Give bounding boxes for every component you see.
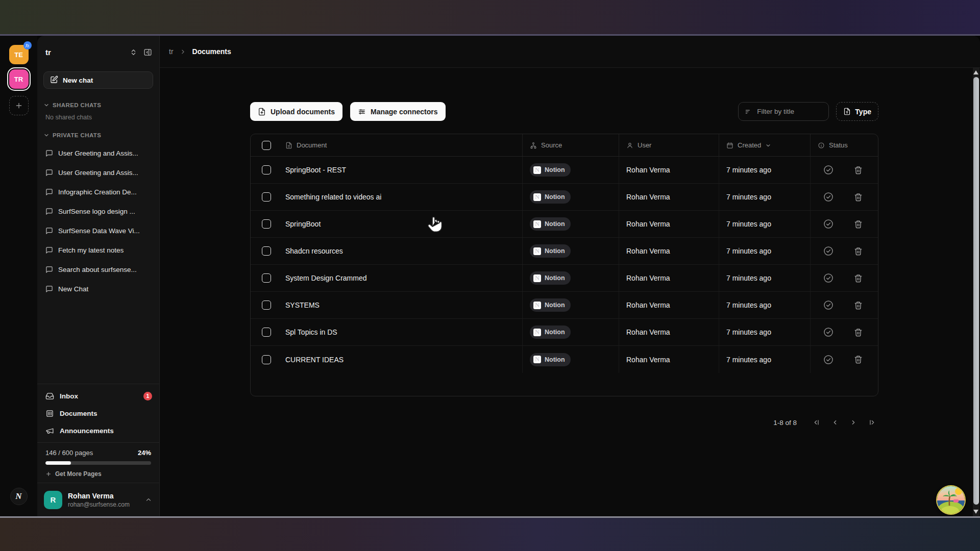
notion-logo-icon: N (533, 356, 541, 363)
created-cell: 7 minutes ago (719, 184, 811, 210)
row-checkbox[interactable] (262, 246, 271, 256)
table-row[interactable]: System Design Crammed N Notion Rohan Ve (251, 265, 878, 292)
filter-by-title-input[interactable] (757, 108, 822, 115)
nav-icon (45, 409, 54, 418)
chat-list-item[interactable]: User Greeting and Assis... (37, 163, 159, 182)
delete-row-button[interactable] (854, 328, 863, 337)
source-label: Notion (545, 329, 565, 336)
upload-documents-button[interactable]: Upload documents (250, 102, 342, 121)
created-cell: 7 minutes ago (719, 238, 811, 264)
get-more-pages-label: Get More Pages (55, 470, 102, 478)
source-cell: N Notion (523, 238, 619, 264)
chevron-down-icon (43, 102, 50, 108)
type-filter-button[interactable]: Type (836, 102, 878, 121)
check-circle-icon (823, 218, 834, 230)
row-checkbox[interactable] (262, 165, 271, 174)
row-checkbox[interactable] (262, 300, 271, 310)
scrollbar-thumb[interactable] (973, 77, 979, 505)
document-title: SpringBoot - REST (285, 166, 346, 174)
table-row[interactable]: Spl Topics in DS N Notion Rohan Verma (251, 319, 878, 346)
chat-list-item[interactable]: New Chat (37, 279, 159, 298)
table-row[interactable]: Shadcn resources N Notion Rohan Verma (251, 238, 878, 265)
sidebar-nav-item[interactable]: Documents (37, 405, 159, 422)
next-page-button[interactable] (847, 416, 860, 429)
user-icon (626, 142, 633, 149)
delete-row-button[interactable] (854, 247, 863, 256)
status-cell (811, 346, 878, 373)
chat-list-item[interactable]: Infographic Creation De... (37, 182, 159, 202)
document-title: CURRENT IDEAS (285, 356, 344, 364)
workspace-header: tr (37, 36, 159, 68)
row-checkbox[interactable] (262, 219, 271, 229)
workspace-avatar-te[interactable]: TE (9, 45, 29, 64)
chat-list-item[interactable]: SurfSense Data Wave Vi... (37, 221, 159, 240)
notion-logo-icon: N (533, 166, 541, 174)
chat-list-item[interactable]: Fetch my latest notes (37, 240, 159, 260)
user-cell: Rohan Verma (619, 211, 719, 237)
breadcrumb-workspace[interactable]: tr (169, 47, 174, 56)
created-cell: 7 minutes ago (719, 319, 811, 345)
source-badge: N Notion (530, 353, 571, 366)
sliders-icon (358, 108, 366, 116)
last-page-button[interactable] (865, 416, 878, 429)
delete-row-button[interactable] (854, 274, 863, 283)
user-cell: Rohan Verma (619, 157, 719, 183)
table-row[interactable]: Something related to videos ai N Notion (251, 184, 878, 211)
manage-connectors-button[interactable]: Manage connectors (350, 102, 445, 121)
table-row[interactable]: SYSTEMS N Notion Rohan Verma (251, 292, 878, 319)
shared-chats-section[interactable]: SHARED CHATS (43, 102, 153, 108)
new-chat-button[interactable]: New chat (43, 71, 153, 89)
status-cell (811, 157, 878, 183)
row-checkbox[interactable] (262, 192, 271, 202)
delete-row-button[interactable] (854, 193, 863, 202)
notion-logo-icon: N (533, 193, 541, 201)
chat-list-item[interactable]: User Greeting and Assis... (37, 143, 159, 163)
trash-icon (854, 355, 863, 364)
check-circle-icon (823, 272, 834, 284)
delete-row-button[interactable] (854, 301, 863, 310)
vertical-scrollbar[interactable] (973, 68, 979, 516)
row-checkbox[interactable] (262, 273, 271, 283)
chat-list-item[interactable]: SurfSense logo design ... (37, 202, 159, 221)
chat-bubble-icon (45, 227, 53, 235)
add-workspace-button[interactable] (9, 96, 29, 115)
workspace-avatar-tr[interactable]: TR (9, 69, 29, 89)
sidebar-nav-item[interactable]: Inbox 1 (37, 387, 159, 405)
sidebar-nav-item[interactable]: Announcements (37, 422, 159, 439)
table-row[interactable]: CURRENT IDEAS N Notion Rohan Verma (251, 346, 878, 373)
document-cell: SpringBoot - REST (251, 157, 523, 183)
first-page-button[interactable] (810, 416, 823, 429)
workspace-switcher-icon[interactable] (130, 48, 137, 56)
chat-list-item[interactable]: Search about surfsense... (37, 260, 159, 279)
app-logo: N (10, 488, 28, 505)
column-header-created[interactable]: Created (719, 134, 811, 156)
status-circle-icon (818, 142, 825, 149)
column-label-source: Source (541, 141, 562, 149)
column-header-document: Document (251, 134, 523, 156)
get-more-pages-button[interactable]: Get More Pages (45, 470, 151, 478)
documents-table: Document Source (250, 134, 878, 396)
calendar-icon (726, 142, 733, 149)
user-menu[interactable]: R Rohan Verma rohan@surfsense.com (37, 483, 159, 516)
collapse-sidebar-icon[interactable] (143, 48, 152, 57)
source-cell: N Notion (523, 211, 619, 237)
table-row[interactable]: SpringBoot - REST N Notion Rohan Verma (251, 157, 878, 184)
select-all-checkbox[interactable] (262, 141, 271, 150)
desktop-bottom-band (0, 518, 980, 551)
row-checkbox[interactable] (262, 328, 271, 337)
scroll-down-arrow[interactable] (973, 510, 978, 514)
private-chats-section[interactable]: PRIVATE CHATS (43, 132, 153, 138)
notion-logo-icon: N (533, 247, 541, 255)
row-checkbox[interactable] (262, 355, 271, 364)
manage-connectors-label: Manage connectors (371, 108, 437, 116)
source-badge: N Notion (530, 298, 571, 312)
check-circle-icon (823, 191, 834, 203)
table-row[interactable]: SpringBoot N Notion Rohan Verma (251, 211, 878, 238)
delete-row-button[interactable] (854, 355, 863, 364)
previous-page-button[interactable] (828, 416, 842, 429)
delete-row-button[interactable] (854, 166, 863, 174)
usage-progress-fill (45, 461, 71, 465)
user-cell: Rohan Verma (619, 184, 719, 210)
delete-row-button[interactable] (854, 220, 863, 229)
scroll-up-arrow[interactable] (973, 70, 978, 74)
